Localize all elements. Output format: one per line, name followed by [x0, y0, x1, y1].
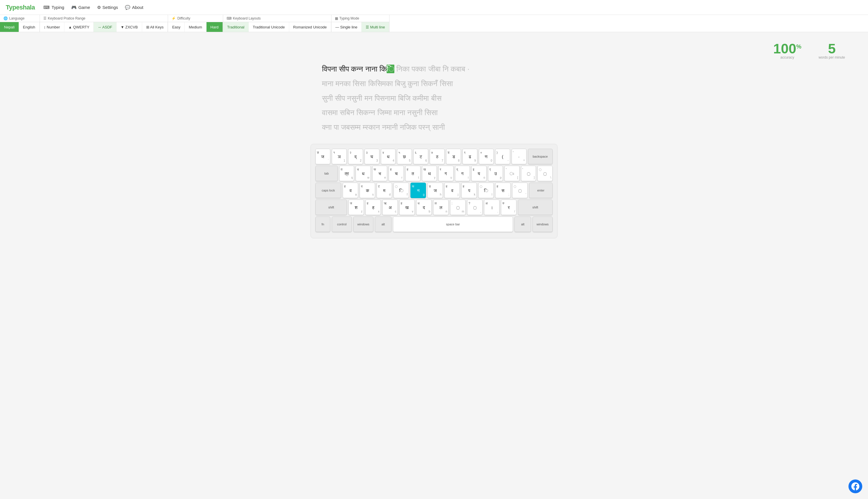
- key-r[interactable]: ह च r: [389, 166, 404, 181]
- upcoming-text-4: वासमा सबिन सिकन्न जिम्मा माना नसुनी सिसा: [322, 108, 438, 117]
- key-5[interactable]: ५ छ 5: [397, 149, 412, 164]
- key-tab[interactable]: tab: [315, 166, 338, 181]
- about-icon: 💬: [125, 5, 130, 10]
- typing-area[interactable]: विपना सीप कन्न नाना किि निका पक्का जीबा …: [322, 62, 546, 135]
- key-1[interactable]: १ ञ 1: [332, 149, 347, 164]
- key-3[interactable]: ३ घ 3: [364, 149, 379, 164]
- key-lbracket[interactable]: ' ः [: [504, 166, 520, 181]
- nav-bar: Typeshala ⌨ Typing 🎮 Game ⚙ Settings 💬 A…: [0, 0, 868, 15]
- language-nepali-btn[interactable]: Nepali: [0, 22, 19, 32]
- typing-mode-icon: ▦: [335, 16, 338, 20]
- key-equals[interactable]: ' · =: [511, 149, 527, 164]
- key-u[interactable]: र ग u: [438, 166, 454, 181]
- key-row-3: caps lock ह व a व क s ट म d ◌ ि f: [315, 183, 553, 198]
- key-m[interactable]: : ◌ m: [450, 199, 466, 215]
- difficulty-hard-btn[interactable]: Hard: [206, 22, 223, 32]
- key-alt-right[interactable]: alt: [515, 217, 531, 232]
- range-allkeys-btn[interactable]: ⊞ All Keys: [142, 22, 168, 32]
- key-rbracket[interactable]: ' ◌ ]: [521, 166, 536, 181]
- key-shift-right[interactable]: shift: [518, 199, 553, 215]
- nav-typing[interactable]: ⌨ Typing: [44, 5, 64, 10]
- mode-single-line-btn[interactable]: — Single line: [331, 22, 362, 32]
- key-row-4: shift ज श z ह ह x ऋ अ c ह ख v: [315, 199, 553, 215]
- key-t[interactable]: ह त t: [405, 166, 421, 181]
- key-q[interactable]: त त्र q: [339, 166, 354, 181]
- key-7[interactable]: ७ ठ 7: [430, 149, 445, 164]
- facebook-icon[interactable]: [848, 479, 862, 493]
- key-9[interactable]: ९ ढ 9: [462, 149, 478, 164]
- key-quote[interactable]: ◌ ◌ ': [512, 183, 528, 198]
- key-l[interactable]: ◌ ि l: [478, 183, 494, 198]
- nav-game[interactable]: 🎮 Game: [71, 5, 90, 10]
- upcoming-text-5: क्ना पा जबसम्म म्स्कान नमानी नजिक पस्न् …: [322, 123, 445, 132]
- keyboard-layouts-header: ⌨ Keyboard Layouts: [223, 15, 331, 22]
- key-fn[interactable]: fn: [315, 217, 330, 232]
- difficulty-medium-btn[interactable]: Medium: [185, 22, 206, 32]
- key-b[interactable]: ध द b: [416, 199, 432, 215]
- key-slash[interactable]: रु र /: [501, 199, 516, 215]
- language-section: 🌐 Language Nepali English: [0, 15, 40, 32]
- key-comma[interactable]: ? ◌ ,: [467, 199, 483, 215]
- typing-line-1: विपना सीप कन्न नाना किि निका पक्का जीबा …: [322, 62, 546, 76]
- key-s[interactable]: व क s: [360, 183, 375, 198]
- key-x[interactable]: ह ह x: [365, 199, 381, 215]
- language-buttons: Nepali English: [0, 22, 40, 32]
- key-backslash[interactable]: ◌ ◌ \: [538, 166, 553, 181]
- nav-settings[interactable]: ⚙ Settings: [97, 5, 118, 10]
- key-f[interactable]: ◌ ि f: [394, 183, 409, 198]
- nav-links: ⌨ Typing 🎮 Game ⚙ Settings 💬 About: [44, 5, 143, 10]
- range-number-btn[interactable]: ↕ Number: [40, 22, 64, 32]
- key-a[interactable]: ह व a: [343, 183, 358, 198]
- key-d[interactable]: ट म d: [376, 183, 392, 198]
- nav-about[interactable]: 💬 About: [125, 5, 143, 10]
- key-windows-right[interactable]: windows: [532, 217, 553, 232]
- key-enter[interactable]: enter: [529, 183, 553, 198]
- key-space[interactable]: space bar: [393, 217, 513, 232]
- key-c[interactable]: ऋ अ c: [382, 199, 398, 215]
- key-semicolon[interactable]: ह स ;: [495, 183, 511, 198]
- key-n[interactable]: ल ल n: [433, 199, 449, 215]
- key-8[interactable]: ड ड 8: [446, 149, 461, 164]
- range-qwerty-btn[interactable]: ▲ QWERTY: [64, 22, 94, 32]
- key-k[interactable]: ह प k: [461, 183, 477, 198]
- key-windows-left[interactable]: windows: [353, 217, 373, 232]
- key-i[interactable]: द् ग i: [455, 166, 470, 181]
- typing-line-5: क्ना पा जबसम्म म्स्कान नमानी नजिक पस्न् …: [322, 121, 546, 134]
- layout-romanized-unicode-btn[interactable]: Romanized Unicode: [289, 22, 331, 32]
- key-period[interactable]: अ । .: [484, 199, 499, 215]
- range-zxcvb-btn[interactable]: ▼ ZXCVB: [117, 22, 142, 32]
- key-2[interactable]: २ द् 2: [348, 149, 363, 164]
- layout-traditional-btn[interactable]: Traditional: [223, 22, 249, 32]
- key-p[interactable]: ए उ p: [488, 166, 503, 181]
- language-english-btn[interactable]: English: [19, 22, 40, 32]
- typed-text: विपना सीप कन्न नाना कि: [322, 64, 387, 73]
- key-v[interactable]: ह ख v: [399, 199, 415, 215]
- key-control[interactable]: control: [332, 217, 352, 232]
- key-6[interactable]: ६ ट 6: [413, 149, 428, 164]
- key-o[interactable]: इ य o: [471, 166, 486, 181]
- key-e[interactable]: फ भ e: [372, 166, 387, 181]
- key-z[interactable]: ज श z: [348, 199, 364, 215]
- key-4[interactable]: ४ ध 4: [381, 149, 396, 164]
- key-caps-lock[interactable]: caps lock: [315, 183, 341, 198]
- layout-traditional-unicode-btn[interactable]: Traditional Unicode: [249, 22, 289, 32]
- key-0[interactable]: ० ण 0: [479, 149, 494, 164]
- key-j[interactable]: ह व j: [444, 183, 460, 198]
- key-minus[interactable]: ) ( -: [495, 149, 510, 164]
- key-row-1: ङ ज ` १ ञ 1 २ द् 2 ३ घ 3 ४ ध 4: [315, 149, 553, 164]
- key-y[interactable]: ख थ y: [422, 166, 437, 181]
- toolbar: 🌐 Language Nepali English ☰ Keyboard Pra…: [0, 15, 868, 32]
- key-backtick[interactable]: ङ ज `: [315, 149, 330, 164]
- key-alt-left[interactable]: alt: [375, 217, 391, 232]
- key-backspace[interactable]: backspace: [528, 149, 553, 164]
- range-asdf-btn[interactable]: ↔ ASDF: [94, 22, 117, 32]
- upcoming-text-2: माना मनका सिसा किसिमका बिजु कुना सिकनँ स…: [322, 79, 453, 88]
- difficulty-easy-btn[interactable]: Easy: [168, 22, 185, 32]
- key-g[interactable]: फ न g: [410, 183, 426, 198]
- key-w[interactable]: ध ध w: [355, 166, 371, 181]
- settings-icon: ⚙: [97, 5, 101, 10]
- range-section: ☰ Keyboard Pratice Range ↕ Number ▲ QWER…: [40, 15, 168, 32]
- key-h[interactable]: ड ज h: [427, 183, 443, 198]
- mode-multi-line-btn[interactable]: ☰ Multi line: [362, 22, 389, 32]
- key-shift-left[interactable]: shift: [315, 199, 347, 215]
